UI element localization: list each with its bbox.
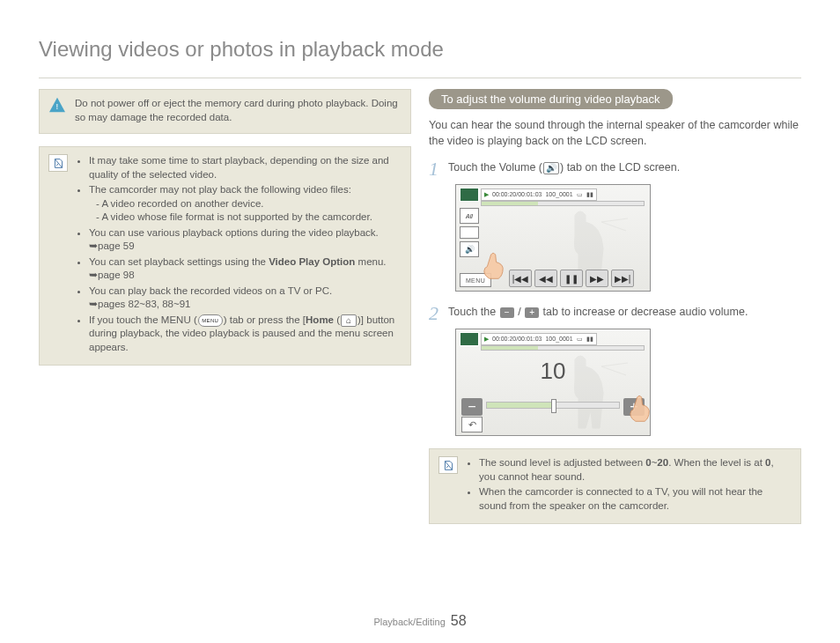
section-heading: To adjust the volume during video playba… [429,89,673,109]
card-icon: ▭ [577,189,583,200]
prev-button[interactable]: |◀◀ [509,270,532,287]
next-button[interactable]: ▶▶| [611,270,634,287]
note-icon [48,154,68,172]
notes-box-left: It may take some time to start playback,… [39,146,411,366]
volume-level: 10 [456,358,650,385]
volume-slider[interactable] [486,402,620,409]
thumbnail-icon [460,332,479,346]
volume-down-button[interactable]: − [461,398,483,416]
plus-icon: + [525,307,539,318]
thumbnail-icon [460,188,479,202]
left-column: ! Do not power off or eject the memory c… [39,89,411,536]
warning-text: Do not power off or eject the memory car… [75,97,402,124]
step-1: 1 Touch the Volume (🔊) tab on the LCD sc… [429,159,801,179]
section-intro: You can hear the sound through the inter… [429,118,801,149]
sd-icon [460,226,479,239]
battery-icon: ▮▮ [586,189,593,200]
all-icon: All [460,208,479,224]
warning-box: ! Do not power off or eject the memory c… [39,89,411,134]
lcd-screenshot-2: ▶ 00:00:20/00:01:03 100_0001 ▭ ▮▮ 10 − +… [455,329,651,436]
note-item: You can play back the recorded videos on… [89,285,402,312]
sub-note: - A video whose file format is not suppo… [89,211,402,225]
step-2: 2 Touch the − / + tab to increase or dec… [429,304,801,323]
note-item: If you touch the MENU (MENU) tab or pres… [89,314,402,355]
note-item: You can set playback settings using the … [89,255,402,283]
note-item: The sound level is adjusted between 0~20… [479,456,792,484]
page-title: Viewing videos or photos in playback mod… [39,37,801,62]
step-number: 1 [429,159,448,179]
right-column: To adjust the volume during video playba… [429,89,801,536]
rew-button[interactable]: ◀◀ [534,270,557,287]
menu-icon: MENU [198,314,223,327]
page-footer: Playback/Editing58 [0,613,840,629]
touch-hand-icon [625,393,655,423]
back-button[interactable]: ↶ [461,417,483,432]
pause-button[interactable]: ❚❚ [560,270,583,287]
touch-hand-icon [479,250,509,280]
step-number: 2 [429,304,448,323]
volume-icon: 🔊 [543,162,559,174]
status-bar: ▶ 00:00:20/00:01:03 100_0001 ▭ ▮▮ [481,188,597,201]
note-item: The camcorder may not play back the foll… [89,183,402,225]
sub-note: - A video recorded on another device. [89,197,402,211]
lcd-screenshot-1: ▶ 00:00:20/00:01:03 100_0001 ▭ ▮▮ All 🔊 [455,184,651,292]
divider [39,78,801,78]
home-icon: ⌂ [341,314,357,327]
notes-box-right: The sound level is adjusted between 0~20… [429,448,801,524]
note-item: It may take some time to start playback,… [89,154,402,181]
volume-button[interactable]: 🔊 [460,241,479,257]
note-item: You can use various playback options dur… [89,226,402,254]
svg-text:!: ! [56,101,59,111]
note-icon [438,456,458,474]
note-item: When the camcorder is connected to a TV,… [479,485,792,513]
card-icon: ▭ [577,334,583,344]
status-bar: ▶ 00:00:20/00:01:03 100_0001 ▭ ▮▮ [481,333,597,345]
fwd-button[interactable]: ▶▶ [586,270,608,287]
battery-icon: ▮▮ [586,334,593,344]
warning-icon: ! [48,97,66,113]
minus-icon: − [500,307,514,318]
